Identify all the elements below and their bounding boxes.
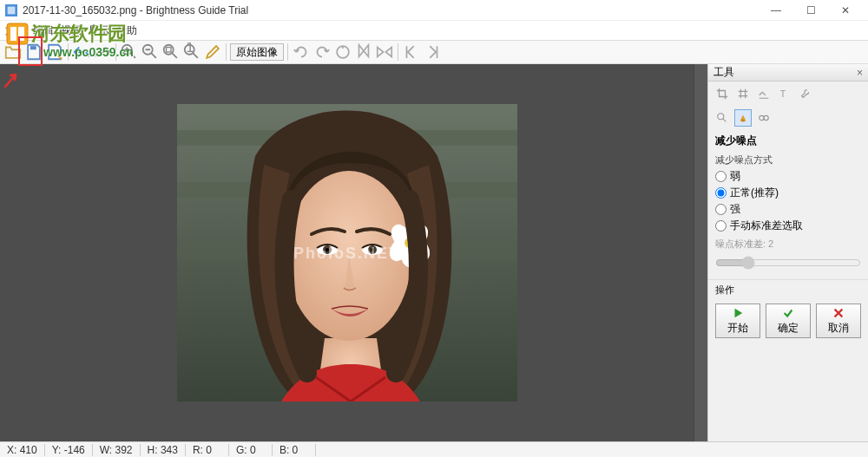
tool-link-icon[interactable] <box>755 109 773 127</box>
window-title: 2017-11-30_165032.png - Brightness Guide… <box>23 4 759 16</box>
workspace: PholoS.NET 工具 × T 减少噪点 减少噪点方式 弱 正常(推荐) 强… <box>0 64 868 441</box>
prev-icon[interactable] <box>402 42 421 62</box>
svg-text:1: 1 <box>186 42 194 55</box>
tool-crop-icon[interactable] <box>713 85 731 102</box>
status-h: H: 343 <box>141 444 186 456</box>
menu-edit[interactable]: 编辑 <box>33 23 54 38</box>
denoise-method-label: 减少噪点方式 <box>708 152 868 168</box>
svg-rect-1 <box>8 6 16 14</box>
minimize-button[interactable]: — <box>759 0 793 21</box>
status-r: R: 0 <box>186 444 229 456</box>
status-g: G: 0 <box>229 444 273 456</box>
zoom-fit-icon[interactable] <box>161 42 181 62</box>
tool-magnify-icon[interactable] <box>713 109 731 127</box>
zoom-in-icon[interactable] <box>120 42 139 62</box>
vertical-scrollbar[interactable] <box>694 64 707 441</box>
maximize-button[interactable]: ☐ <box>793 0 828 21</box>
undo-icon[interactable] <box>72 42 91 62</box>
svg-rect-5 <box>30 46 36 49</box>
pencil-icon[interactable] <box>203 42 222 62</box>
radio-weak[interactable]: 弱 <box>708 168 868 185</box>
original-image-label: 原始图像 <box>236 45 278 60</box>
tool-grid-icon[interactable] <box>734 85 752 102</box>
menu-view[interactable]: 视图 <box>61 23 82 38</box>
svg-rect-33 <box>741 120 745 122</box>
flip-v-icon[interactable] <box>354 42 373 62</box>
check-icon <box>782 307 794 319</box>
next-icon[interactable] <box>423 42 442 62</box>
tools-panel-close-icon[interactable]: × <box>857 67 863 79</box>
redo-icon[interactable] <box>93 42 112 62</box>
svg-point-32 <box>718 114 724 120</box>
radio-manual[interactable]: 手动标准差选取 <box>708 218 868 234</box>
status-y: Y: -146 <box>45 444 93 456</box>
status-b: B: 0 <box>273 444 316 456</box>
svg-point-35 <box>764 115 768 120</box>
tool-resize-icon[interactable] <box>755 85 773 102</box>
menu-bar: 文件 编辑 视图 显示 帮助 <box>0 21 868 40</box>
play-icon <box>732 307 744 319</box>
start-button[interactable]: 开始 <box>715 304 760 338</box>
radio-normal[interactable]: 正常(推荐) <box>708 185 868 201</box>
status-w: W: 392 <box>93 444 141 456</box>
actions-label: 操作 <box>708 279 868 300</box>
ok-button[interactable]: 确定 <box>766 304 811 338</box>
close-button[interactable]: ✕ <box>828 0 863 21</box>
svg-point-34 <box>760 115 764 120</box>
tool-wrench-icon[interactable] <box>797 85 814 102</box>
menu-help[interactable]: 帮助 <box>116 23 137 38</box>
status-bar: X: 410 Y: -146 W: 392 H: 343 R: 0 G: 0 B… <box>0 441 868 457</box>
flip-h-icon[interactable] <box>375 42 394 62</box>
svg-rect-9 <box>167 48 172 53</box>
tool-denoise-icon[interactable] <box>734 109 752 127</box>
tools-panel-title: 工具 <box>713 65 734 80</box>
open-icon[interactable] <box>3 42 23 62</box>
tools-panel: 工具 × T 减少噪点 减少噪点方式 弱 正常(推荐) 强 手动标准差选取 噪点… <box>707 64 868 441</box>
toolbar: 1 原始图像 <box>0 40 868 64</box>
title-bar: 2017-11-30_165032.png - Brightness Guide… <box>0 0 868 21</box>
svg-text:T: T <box>780 88 786 99</box>
menu-display[interactable]: 显示 <box>89 23 109 38</box>
tool-text-icon[interactable]: T <box>776 85 793 102</box>
original-image-button[interactable]: 原始图像 <box>230 43 284 61</box>
std-dev-label: 噪点标准差: 2 <box>708 234 868 254</box>
status-x: X: 410 <box>0 444 45 456</box>
image-canvas[interactable]: PholoS.NET <box>177 104 517 402</box>
denoise-section-title: 减少噪点 <box>708 130 868 152</box>
svg-point-8 <box>164 45 174 55</box>
saveas-icon[interactable] <box>45 42 64 62</box>
radio-strong[interactable]: 强 <box>708 201 868 218</box>
menu-file[interactable]: 文件 <box>5 23 26 38</box>
tools-panel-header: 工具 × <box>708 64 868 82</box>
rotate-ccw-icon[interactable] <box>292 42 311 62</box>
x-icon <box>832 307 845 319</box>
app-icon <box>5 4 17 16</box>
zoom-out-icon[interactable] <box>141 42 160 62</box>
save-icon[interactable] <box>24 42 43 62</box>
image-watermark: PholoS.NET <box>293 244 400 262</box>
std-dev-slider <box>715 256 861 270</box>
canvas-area[interactable]: PholoS.NET <box>0 64 694 441</box>
zoom-100-icon[interactable]: 1 <box>182 42 201 62</box>
cancel-button[interactable]: 取消 <box>816 304 861 338</box>
rotate-arb-icon[interactable] <box>333 42 352 62</box>
rotate-cw-icon[interactable] <box>312 42 332 62</box>
